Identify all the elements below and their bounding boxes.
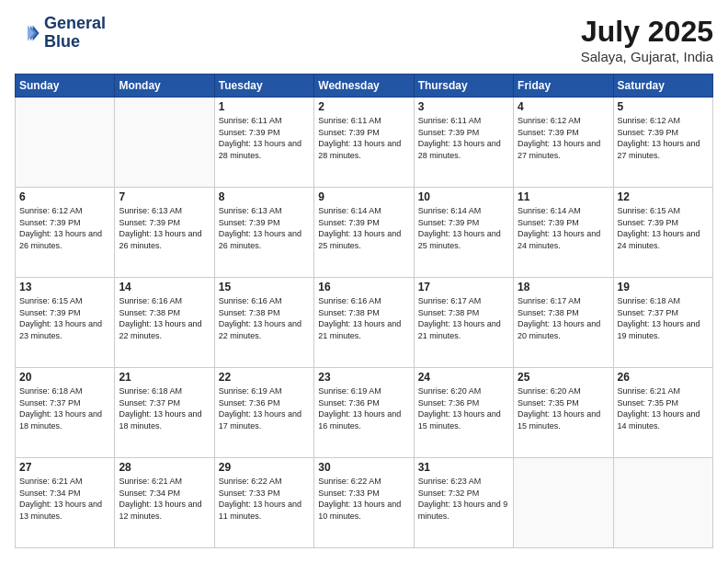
calendar-cell: 18Sunrise: 6:17 AM Sunset: 7:38 PM Dayli… [514,278,613,368]
day-info: Sunrise: 6:20 AM Sunset: 7:36 PM Dayligh… [418,385,509,431]
day-info: Sunrise: 6:12 AM Sunset: 7:39 PM Dayligh… [618,115,709,161]
calendar-cell [16,98,115,188]
day-number: 14 [119,281,210,293]
day-info: Sunrise: 6:22 AM Sunset: 7:33 PM Dayligh… [219,476,310,522]
day-number: 23 [318,371,409,384]
day-info: Sunrise: 6:13 AM Sunset: 7:39 PM Dayligh… [219,205,310,251]
day-info: Sunrise: 6:16 AM Sunset: 7:38 PM Dayligh… [219,295,310,341]
weekday-header-row: SundayMondayTuesdayWednesdayThursdayFrid… [16,75,713,98]
day-info: Sunrise: 6:15 AM Sunset: 7:39 PM Dayligh… [618,205,709,251]
day-info: Sunrise: 6:12 AM Sunset: 7:39 PM Dayligh… [518,115,609,161]
calendar-cell: 31Sunrise: 6:23 AM Sunset: 7:32 PM Dayli… [414,458,513,548]
calendar-cell: 2Sunrise: 6:11 AM Sunset: 7:39 PM Daylig… [314,98,414,188]
day-info: Sunrise: 6:21 AM Sunset: 7:34 PM Dayligh… [19,476,110,522]
day-number: 20 [19,371,110,384]
day-info: Sunrise: 6:16 AM Sunset: 7:38 PM Dayligh… [318,295,409,341]
calendar-cell: 16Sunrise: 6:16 AM Sunset: 7:38 PM Dayli… [314,278,414,368]
calendar-cell: 29Sunrise: 6:22 AM Sunset: 7:33 PM Dayli… [214,458,313,548]
day-info: Sunrise: 6:19 AM Sunset: 7:36 PM Dayligh… [219,385,310,431]
day-info: Sunrise: 6:16 AM Sunset: 7:38 PM Dayligh… [119,295,210,341]
calendar-cell: 21Sunrise: 6:18 AM Sunset: 7:37 PM Dayli… [115,368,214,458]
day-info: Sunrise: 6:11 AM Sunset: 7:39 PM Dayligh… [318,115,409,161]
day-number: 4 [518,100,609,113]
calendar-week-row: 27Sunrise: 6:21 AM Sunset: 7:34 PM Dayli… [16,458,713,548]
day-number: 3 [418,100,509,113]
calendar-cell: 12Sunrise: 6:15 AM Sunset: 7:39 PM Dayli… [613,188,712,278]
calendar-cell: 13Sunrise: 6:15 AM Sunset: 7:39 PM Dayli… [16,278,115,368]
day-info: Sunrise: 6:18 AM Sunset: 7:37 PM Dayligh… [19,385,110,431]
calendar-cell: 4Sunrise: 6:12 AM Sunset: 7:39 PM Daylig… [514,98,613,188]
calendar-cell: 27Sunrise: 6:21 AM Sunset: 7:34 PM Dayli… [16,458,115,548]
weekday-header-sunday: Sunday [16,75,115,98]
logo-line1: General [44,15,106,33]
calendar-cell: 10Sunrise: 6:14 AM Sunset: 7:39 PM Dayli… [414,188,513,278]
calendar-cell: 15Sunrise: 6:16 AM Sunset: 7:38 PM Dayli… [214,278,313,368]
calendar-cell: 3Sunrise: 6:11 AM Sunset: 7:39 PM Daylig… [414,98,513,188]
day-info: Sunrise: 6:12 AM Sunset: 7:39 PM Dayligh… [19,205,110,251]
day-number: 10 [418,190,509,203]
logo: General Blue [15,15,106,52]
day-number: 13 [19,281,110,293]
day-number: 16 [318,281,409,293]
weekday-header-saturday: Saturday [613,75,712,98]
day-info: Sunrise: 6:13 AM Sunset: 7:39 PM Dayligh… [119,205,210,251]
day-info: Sunrise: 6:18 AM Sunset: 7:37 PM Dayligh… [119,385,210,431]
day-number: 12 [618,190,709,203]
day-number: 6 [19,190,110,203]
calendar-cell: 7Sunrise: 6:13 AM Sunset: 7:39 PM Daylig… [115,188,214,278]
calendar-cell: 6Sunrise: 6:12 AM Sunset: 7:39 PM Daylig… [16,188,115,278]
day-number: 11 [518,190,609,203]
day-info: Sunrise: 6:21 AM Sunset: 7:34 PM Dayligh… [119,476,210,522]
day-number: 25 [518,371,609,384]
day-info: Sunrise: 6:14 AM Sunset: 7:39 PM Dayligh… [318,205,409,251]
calendar-cell: 11Sunrise: 6:14 AM Sunset: 7:39 PM Dayli… [514,188,613,278]
calendar-cell: 26Sunrise: 6:21 AM Sunset: 7:35 PM Dayli… [613,368,712,458]
calendar-cell: 22Sunrise: 6:19 AM Sunset: 7:36 PM Dayli… [214,368,313,458]
day-number: 1 [219,100,310,113]
day-info: Sunrise: 6:19 AM Sunset: 7:36 PM Dayligh… [318,385,409,431]
day-number: 31 [418,461,509,474]
calendar-cell: 5Sunrise: 6:12 AM Sunset: 7:39 PM Daylig… [613,98,712,188]
calendar-table: SundayMondayTuesdayWednesdayThursdayFrid… [15,74,713,548]
weekday-header-wednesday: Wednesday [314,75,414,98]
calendar-week-row: 1Sunrise: 6:11 AM Sunset: 7:39 PM Daylig… [16,98,713,188]
day-number: 26 [618,371,709,384]
day-number: 8 [219,190,310,203]
title-block: July 2025 Salaya, Gujarat, India [581,15,713,64]
calendar-cell: 8Sunrise: 6:13 AM Sunset: 7:39 PM Daylig… [214,188,313,278]
day-number: 29 [219,461,310,474]
logo-icon [15,20,40,46]
day-info: Sunrise: 6:21 AM Sunset: 7:35 PM Dayligh… [618,385,709,431]
day-number: 2 [318,100,409,113]
day-info: Sunrise: 6:15 AM Sunset: 7:39 PM Dayligh… [19,295,110,341]
day-number: 22 [219,371,310,384]
day-number: 19 [618,281,709,293]
calendar-cell: 30Sunrise: 6:22 AM Sunset: 7:33 PM Dayli… [314,458,414,548]
day-number: 28 [119,461,210,474]
calendar-cell [115,98,214,188]
day-number: 7 [119,190,210,203]
day-info: Sunrise: 6:18 AM Sunset: 7:37 PM Dayligh… [618,295,709,341]
calendar-cell: 23Sunrise: 6:19 AM Sunset: 7:36 PM Dayli… [314,368,414,458]
day-number: 17 [418,281,509,293]
calendar-cell: 9Sunrise: 6:14 AM Sunset: 7:39 PM Daylig… [314,188,414,278]
calendar-cell: 24Sunrise: 6:20 AM Sunset: 7:36 PM Dayli… [414,368,513,458]
weekday-header-monday: Monday [115,75,214,98]
day-number: 30 [318,461,409,474]
calendar-cell [613,458,712,548]
month-title: July 2025 [581,15,713,49]
day-info: Sunrise: 6:14 AM Sunset: 7:39 PM Dayligh… [418,205,509,251]
calendar-cell: 17Sunrise: 6:17 AM Sunset: 7:38 PM Dayli… [414,278,513,368]
logo-text: General Blue [44,15,106,52]
calendar-cell: 19Sunrise: 6:18 AM Sunset: 7:37 PM Dayli… [613,278,712,368]
day-info: Sunrise: 6:11 AM Sunset: 7:39 PM Dayligh… [418,115,509,161]
day-number: 27 [19,461,110,474]
calendar-cell: 1Sunrise: 6:11 AM Sunset: 7:39 PM Daylig… [214,98,313,188]
calendar-week-row: 13Sunrise: 6:15 AM Sunset: 7:39 PM Dayli… [16,278,713,368]
day-number: 15 [219,281,310,293]
day-number: 24 [418,371,509,384]
day-info: Sunrise: 6:11 AM Sunset: 7:39 PM Dayligh… [219,115,310,161]
weekday-header-friday: Friday [514,75,613,98]
day-number: 9 [318,190,409,203]
weekday-header-tuesday: Tuesday [214,75,313,98]
